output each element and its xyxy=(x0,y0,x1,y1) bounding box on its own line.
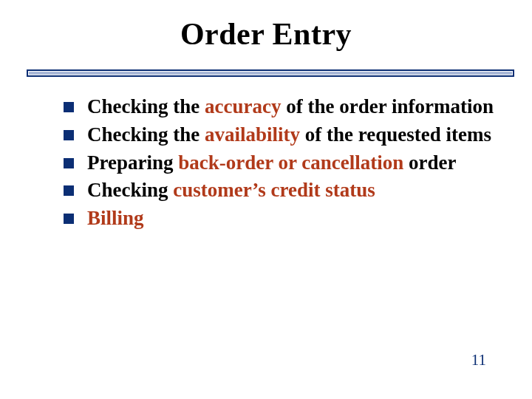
square-bullet-icon xyxy=(64,130,74,140)
divider-outer xyxy=(27,69,514,77)
square-bullet-icon xyxy=(64,185,74,196)
list-item: Billing xyxy=(64,206,502,231)
list-item-text: Checking the availability of the request… xyxy=(87,123,491,148)
emphasis: availability xyxy=(205,123,300,146)
list-item-text: Billing xyxy=(87,206,144,231)
title-divider xyxy=(27,69,514,77)
emphasis: accuracy xyxy=(205,95,281,117)
slide-title: Order Entry xyxy=(0,0,532,52)
list-item: Checking the availability of the request… xyxy=(64,123,502,148)
list-item: Checking the accuracy of the order infor… xyxy=(64,95,502,120)
list-item: Preparing back-order or cancellation ord… xyxy=(64,151,502,176)
square-bullet-icon xyxy=(64,158,74,168)
slide: Order Entry Checking the accuracy of the… xyxy=(0,0,532,399)
emphasis: back-order or cancellation xyxy=(178,151,409,174)
emphasis: customer’s credit status xyxy=(173,179,375,201)
divider-inner xyxy=(29,72,512,75)
page-number: 11 xyxy=(471,351,486,369)
list-item-text: Preparing back-order or cancellation ord… xyxy=(87,151,456,176)
bullet-list: Checking the accuracy of the order infor… xyxy=(64,95,502,234)
square-bullet-icon xyxy=(64,102,74,112)
square-bullet-icon xyxy=(64,214,74,224)
list-item-text: Checking customer’s credit status xyxy=(87,178,375,203)
emphasis: Billing xyxy=(87,207,144,229)
list-item: Checking customer’s credit status xyxy=(64,178,502,203)
list-item-text: Checking the accuracy of the order infor… xyxy=(87,95,494,120)
